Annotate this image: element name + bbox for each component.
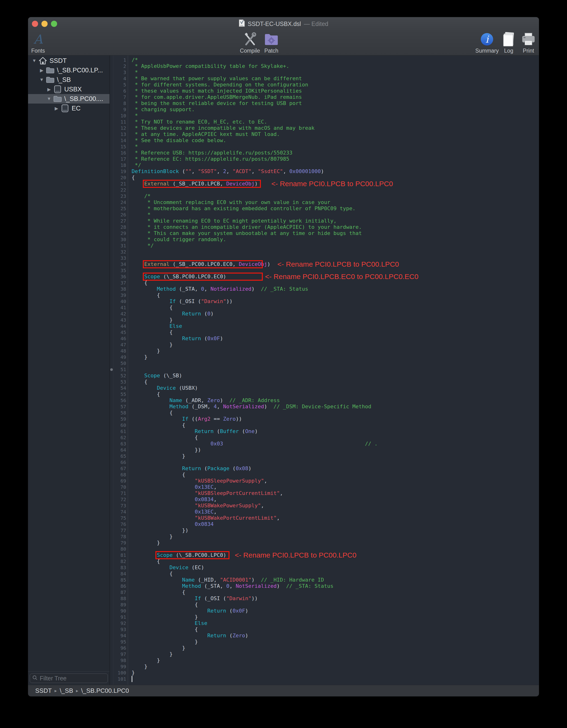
text-cursor [132,676,132,682]
tree-row-sbpc00lp[interactable]: ▶\_SB.PC00.LP... [28,65,109,75]
code-line: Method (_STA, 0, NotSerialized) // _STA:… [132,583,539,589]
code-line: If (_OSI ("Darwin")) [132,298,539,304]
code-line: * these values must match injected IOKit… [132,88,539,94]
code-editor[interactable]: 1234567891011121314151617181920212223242… [110,55,539,685]
line-number: 49 [113,354,126,360]
code-line [132,676,539,682]
tree-row-label: \_SB [57,76,71,84]
line-number: 36 [113,274,126,280]
rename-annotation: <- Rename PCI0.LPCB to PC00.LPC0 [235,551,356,559]
line-number: 90 [113,608,126,614]
minimize-button[interactable] [41,21,48,27]
code-line: Return (0x0F) [132,335,539,342]
toolbar-item-label: Patch [264,48,279,54]
code-line [132,360,539,366]
code-line: Return (0x0F) [132,608,539,614]
chevron-down-icon[interactable]: ▼ [46,96,52,101]
code-line: 0x0834, [132,496,539,503]
compile-button[interactable]: Compile [240,32,260,54]
code-line: } [132,317,539,323]
code-line: * Be warned that power supply values can… [132,75,539,82]
code-line: Name (_ADR, Zero) // _ADR: Address [132,397,539,404]
code-line: 0x0834 [132,521,539,527]
line-number: 86 [113,583,126,589]
line-number: 84 [113,571,126,577]
line-number: 6 [113,88,126,94]
line-number: 15 [113,144,126,150]
summary-button[interactable]: iSummary [475,32,499,54]
line-number: 83 [113,564,126,571]
svg-text:A: A [33,32,43,46]
code-line: } [132,540,539,546]
tree-row-label: SSDT [50,57,67,65]
code-line: Device (EC) [132,564,539,571]
patch-button[interactable]: Patch [264,32,279,54]
line-number: 60 [113,422,126,428]
line-number: 19 [113,168,126,175]
svg-text:DSL: DSL [240,25,244,27]
line-number: 46 [113,335,126,342]
line-number: 38 [113,286,126,292]
chevron-right-icon[interactable]: ▶ [54,106,59,111]
line-number-gutter: 1234567891011121314151617181920212223242… [113,55,128,685]
code-line: * Try NOT to rename EC0, H_EC, etc. to E… [132,119,539,125]
toolbar-item-label: Print [523,48,534,54]
code-line: Return (0) [132,311,539,317]
fonts-button[interactable]: AFonts [31,32,45,54]
code-line: { [132,602,539,608]
code-line: * [132,144,539,150]
chevron-down-icon[interactable]: ▼ [31,58,37,63]
line-number: 72 [113,496,126,503]
line-number: 21 [113,181,126,187]
breadcrumb-item[interactable]: SSDT [35,687,52,694]
code-line: { [132,329,539,335]
close-button[interactable] [32,21,38,27]
print-button[interactable]: Print [522,32,535,54]
line-number: 31 [113,243,126,249]
filter-tree-input[interactable]: Filter Tree [30,673,108,683]
tree-row-ec[interactable]: ▶EC [28,104,109,113]
code-line: } [132,657,539,663]
zoom-button[interactable] [51,21,57,27]
line-number: 50 [113,360,126,366]
line-number: 82 [113,558,126,564]
line-number: 74 [113,509,126,515]
code-line: 0x13EC, [132,509,539,515]
line-number: 11 [113,119,126,125]
line-number: 34 [113,261,126,267]
chevron-right-icon[interactable]: ▶ [39,68,45,73]
tree-row-usbx[interactable]: ▶USBX [28,85,109,94]
code-line: Return (Package (0x08) [132,465,539,472]
line-number: 28 [113,224,126,230]
code-line: * could trigger randomly. [132,236,539,243]
code-area[interactable]: /* * AppleUsbPower compatibility table f… [128,55,539,685]
line-number: 37 [113,280,126,286]
code-line: * [132,212,539,218]
tree-row-sb[interactable]: ▼\_SB [28,75,109,85]
chevron-down-icon[interactable]: ▼ [39,77,45,82]
log-button[interactable]: Log [502,32,515,54]
breadcrumb-item[interactable]: \_SB.PC00.LPC0 [81,687,129,694]
tree-row-ssdt[interactable]: ▼SSDT [28,56,109,65]
code-line: } [132,639,539,645]
line-number: 59 [113,416,126,422]
line-number: 48 [113,348,126,354]
code-line: * Reference EC: https://applelife.ru/pos… [132,156,539,162]
line-number: 75 [113,515,126,521]
line-number: 17 [113,156,126,162]
code-line: * Reference USB: https://applelife.ru/po… [132,150,539,156]
title-bar[interactable]: DSL SSDT-EC-USBX.dsl — Edited [28,17,539,30]
line-number: 12 [113,125,126,131]
line-number: 29 [113,230,126,236]
chevron-right-icon[interactable]: ▶ [46,87,52,92]
tree-row-sbpc00[interactable]: ▼\_SB.PC00.... [28,94,109,104]
code-line: Device (USBX) [132,385,539,391]
code-line: Scope (\_SB) [132,373,539,379]
code-line: * at any time. AppleACPIEC kext must NOT… [132,131,539,137]
line-number: 58 [113,410,126,416]
code-line: { [132,379,539,385]
breadcrumb-item[interactable]: \_SB [60,687,73,694]
rename-annotation: <- Rename PCI0.LPCB to PC00.LPC0 [277,260,399,268]
code-line: Method (_DSM, 4, NotSerialized) // _DSM:… [132,404,539,410]
folder-icon [53,95,62,102]
